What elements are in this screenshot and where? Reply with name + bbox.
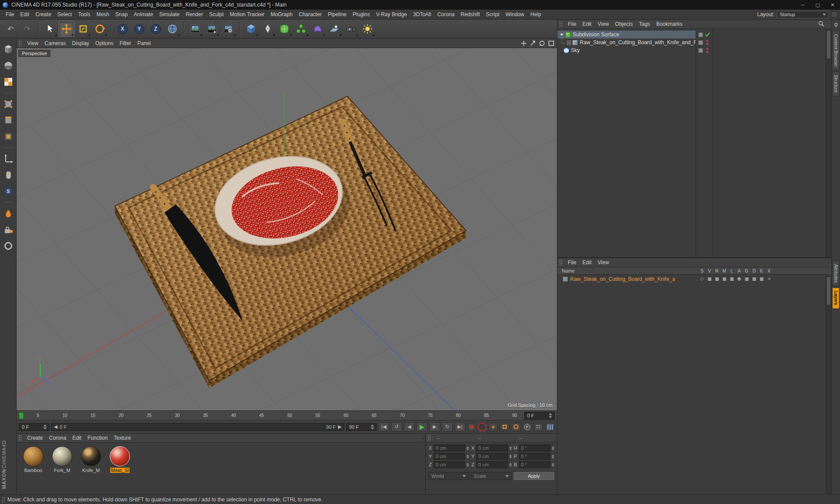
tab-attributes[interactable]: Attributes xyxy=(832,261,840,286)
toggle-view-icon[interactable] xyxy=(547,40,555,47)
current-frame-field[interactable]: 0 F xyxy=(19,423,49,431)
object-manager-menu-item[interactable]: Tags xyxy=(636,20,653,28)
layer-tag-icon[interactable] xyxy=(698,32,703,37)
vertical-scrollbar[interactable] xyxy=(826,29,831,257)
menu-item[interactable]: Motion Tracker xyxy=(227,10,267,19)
menu-item[interactable]: Sculpt xyxy=(206,10,227,19)
layer-generators-toggle[interactable] xyxy=(743,277,750,281)
object-manager-menu-item[interactable]: View xyxy=(595,20,612,28)
tab-content-browser[interactable]: Content Browser xyxy=(832,31,840,70)
deformer-button[interactable] xyxy=(310,21,326,37)
material-item-fork[interactable]: Fork_M xyxy=(50,446,74,475)
viewport-menu-item[interactable]: Cameras xyxy=(42,39,69,48)
material-menu-item[interactable]: Edit xyxy=(69,434,84,442)
keyframe-parameter-toggle[interactable]: P xyxy=(522,423,532,431)
position-header[interactable]: -- xyxy=(433,435,474,441)
view-name-label[interactable]: Perspective xyxy=(18,50,50,57)
add-spline-button[interactable] xyxy=(260,21,276,37)
layer-animation-toggle[interactable] xyxy=(735,277,743,280)
timeline-window-button[interactable] xyxy=(545,423,555,431)
grip-handle[interactable] xyxy=(427,435,431,441)
menu-item[interactable]: Tools xyxy=(75,10,93,19)
material-menu-item[interactable]: Texture xyxy=(111,434,134,442)
layer-manager-toggle[interactable] xyxy=(721,277,728,281)
play-backwards-button[interactable]: ↺ xyxy=(391,422,402,431)
goto-start-button[interactable]: |◀ xyxy=(378,422,389,431)
record-keyframe-button[interactable] xyxy=(467,423,476,431)
render-view-button[interactable] xyxy=(187,21,203,37)
layer-lock-toggle[interactable] xyxy=(728,277,735,281)
visibility-dots-icon[interactable] xyxy=(706,40,708,45)
object-row-raw-steak[interactable]: Raw_Steak_on_Cutting_Board_with_Knife_an… xyxy=(557,38,696,46)
viewport-menu-item[interactable]: Filter xyxy=(116,39,134,48)
play-cycle-button[interactable]: ↻ xyxy=(442,422,453,431)
expand-arrow-icon[interactable] xyxy=(560,34,564,36)
menu-item[interactable]: Create xyxy=(32,10,54,19)
layout-lock-icon[interactable] xyxy=(831,11,837,18)
tab-layers[interactable]: Layers xyxy=(832,287,840,308)
menu-item[interactable]: Plugins xyxy=(350,10,373,19)
camera-button[interactable] xyxy=(343,21,359,37)
preview-range-slider[interactable]: ◀ 0 F 90 F ▶ xyxy=(51,423,344,431)
coordinate-system-select[interactable]: World xyxy=(428,472,469,480)
menu-item[interactable]: 3DToAll xyxy=(410,10,434,19)
range-right-arrow-icon[interactable]: ▶ xyxy=(338,424,342,430)
keyframe-scale-toggle[interactable] xyxy=(500,423,509,431)
object-row-sky[interactable]: Sky xyxy=(557,46,696,54)
object-row-subdivision-surface[interactable]: Subdivision Surface xyxy=(557,31,696,38)
step-down-icon[interactable] xyxy=(43,427,47,430)
enabled-check-icon[interactable] xyxy=(705,31,710,36)
lock-y-axis-button[interactable]: Y xyxy=(131,21,147,37)
grip-handle[interactable] xyxy=(18,40,22,46)
layer-manager-menu-item[interactable]: Edit xyxy=(579,258,595,267)
material-menu-item[interactable]: Corona xyxy=(46,434,69,442)
keyframe-pla-toggle[interactable] xyxy=(534,423,543,431)
render-picture-viewer-button[interactable] xyxy=(204,21,220,37)
menu-item[interactable]: Select xyxy=(54,10,75,19)
transform-mode-select[interactable]: Scale xyxy=(471,472,511,480)
render-settings-button[interactable] xyxy=(220,21,236,37)
menu-item[interactable]: Script xyxy=(483,10,503,19)
close-button[interactable]: ✕ xyxy=(825,0,840,10)
make-editable-button[interactable] xyxy=(2,43,15,56)
model-mode-button[interactable] xyxy=(2,59,15,72)
visibility-dots-icon[interactable] xyxy=(706,48,708,53)
layer-row[interactable]: Raw_Steak_on_Cutting_Board_with_Knife_an… xyxy=(557,275,831,283)
light-button[interactable] xyxy=(360,21,375,37)
current-frame-marker[interactable] xyxy=(19,412,24,419)
material-preview-sphere[interactable] xyxy=(110,446,130,466)
scrollbar-thumb[interactable] xyxy=(827,31,830,59)
layer-tag-icon[interactable] xyxy=(698,40,703,45)
coordinate-system-button[interactable] xyxy=(164,21,180,37)
vertical-scrollbar[interactable] xyxy=(826,276,831,494)
environment-floor-button[interactable] xyxy=(326,21,342,37)
polygons-mode-button[interactable] xyxy=(2,130,15,143)
goto-end-button[interactable]: ▶| xyxy=(455,422,466,431)
autokey-button[interactable] xyxy=(478,423,486,431)
rotate-view-icon[interactable] xyxy=(538,40,546,47)
quantize-button[interactable] xyxy=(2,239,15,252)
material-menu-item[interactable]: Function xyxy=(84,434,111,442)
rotate-tool[interactable] xyxy=(92,21,108,37)
snap-button[interactable]: S xyxy=(2,185,15,198)
layer-deformers-toggle[interactable] xyxy=(750,277,758,281)
lock-z-axis-button[interactable]: Z xyxy=(148,21,164,37)
position-y-field[interactable]: Y0 cm xyxy=(428,453,469,460)
menu-item[interactable]: V-Ray Bridge xyxy=(373,10,410,19)
range-left-arrow-icon[interactable]: ◀ xyxy=(54,424,57,430)
viewport-menu-item[interactable]: Display xyxy=(69,39,92,48)
menu-item[interactable]: Edit xyxy=(17,10,32,19)
menu-item[interactable]: Window xyxy=(503,10,528,19)
size-x-field[interactable]: X0 cm xyxy=(471,444,511,452)
tab-structure[interactable]: Structure xyxy=(832,71,840,96)
material-item-bamboo[interactable]: Bamboo xyxy=(21,446,46,475)
scrollbar-thumb[interactable] xyxy=(827,277,830,305)
menu-item[interactable]: Render xyxy=(183,10,206,19)
step-down-icon[interactable] xyxy=(371,427,374,430)
pin-icon[interactable] xyxy=(833,21,839,29)
expand-plus-icon[interactable] xyxy=(567,41,571,45)
redo-button[interactable]: ↷ xyxy=(19,21,35,37)
menu-item[interactable]: Snap xyxy=(112,10,131,19)
menu-item[interactable]: Corona xyxy=(434,10,457,19)
material-menu-item[interactable]: Create xyxy=(24,434,46,442)
